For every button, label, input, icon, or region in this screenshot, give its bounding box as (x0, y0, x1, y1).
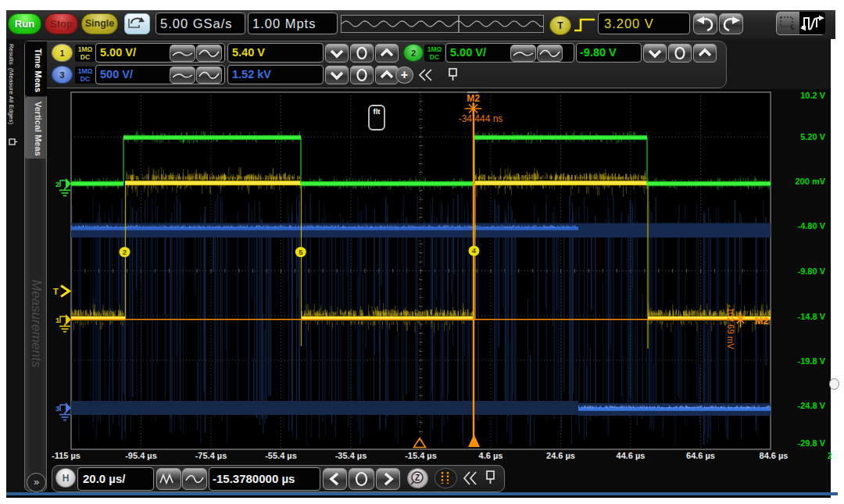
svg-text:84.6 µs: 84.6 µs (760, 451, 789, 460)
svg-text:24.6 µs: 24.6 µs (546, 451, 575, 460)
svg-text:3: 3 (55, 404, 59, 413)
svg-text:44.6 µs: 44.6 µs (617, 451, 646, 460)
svg-text:flt: flt (374, 107, 381, 116)
svg-text:Z: Z (415, 474, 420, 482)
svg-text:-95.4 µs: -95.4 µs (125, 451, 157, 460)
svg-text:2: 2 (828, 452, 832, 460)
svg-text:-19.8 V: -19.8 V (798, 356, 826, 366)
svg-text:2: 2 (55, 180, 59, 188)
svg-text:-115 µs: -115 µs (52, 451, 80, 460)
svg-text:5.20 V: 5.20 V (800, 132, 825, 141)
svg-text:-14.8 V: -14.8 V (798, 312, 826, 321)
svg-text:1: 1 (55, 316, 60, 324)
svg-text:10.2 V: 10.2 V (800, 91, 825, 100)
svg-text:2: 2 (123, 248, 127, 256)
svg-text:M2: M2 (755, 316, 768, 327)
svg-text:-24.8 V: -24.8 V (798, 401, 826, 410)
svg-text:-34.444 ns: -34.444 ns (459, 113, 503, 124)
svg-text:-29.8 V: -29.8 V (798, 438, 826, 448)
svg-text:-75.4 µs: -75.4 µs (195, 451, 227, 460)
svg-text:-55.4 µs: -55.4 µs (265, 451, 297, 460)
svg-text:T: T (53, 287, 59, 296)
svg-text:-15.4 µs: -15.4 µs (405, 451, 437, 460)
svg-text:5: 5 (299, 248, 303, 256)
svg-text:-35.4 µs: -35.4 µs (335, 451, 367, 460)
svg-text:4.6 µs: 4.6 µs (479, 451, 503, 460)
svg-text:64.6 µs: 64.6 µs (686, 451, 715, 460)
svg-text:-102.69 mV: -102.69 mV (726, 305, 735, 350)
svg-text:-4.80 V: -4.80 V (798, 221, 826, 231)
svg-text:M2: M2 (467, 93, 480, 104)
svg-text:4: 4 (472, 246, 477, 255)
svg-text:200 mV: 200 mV (795, 177, 825, 186)
svg-text:-9.80 V: -9.80 V (798, 266, 826, 276)
